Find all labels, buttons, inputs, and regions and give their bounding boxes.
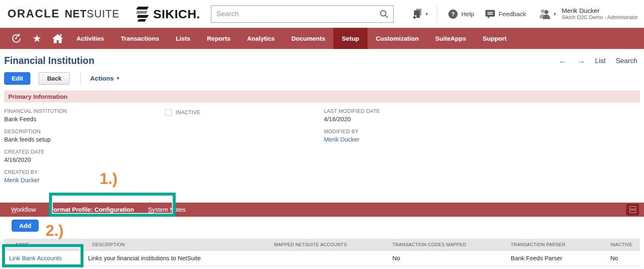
field-label: LAST MODIFIED DATE	[324, 108, 498, 114]
field-last-modified-date: LAST MODIFIED DATE 4/16/2020	[324, 108, 498, 122]
actions-label: Actions	[90, 75, 114, 82]
netsuite-logo-suite: SUITE	[87, 8, 120, 20]
field-modified-by: MODIFIED BY Merik Ducker	[324, 129, 498, 143]
field-value: 4/16/2020	[4, 157, 158, 163]
main-navigation: ★ Activities Transactions Lists Reports …	[0, 28, 644, 49]
modified-by-link[interactable]: Merik Ducker	[324, 136, 498, 143]
add-button[interactable]: Add	[12, 220, 39, 232]
nav-item-analytics[interactable]: Analytics	[239, 28, 283, 49]
search-icon[interactable]	[379, 9, 389, 19]
sublist-toolbar: Add	[12, 220, 644, 232]
record-buttons-row: Edit Back Actions ▼	[4, 71, 640, 85]
edit-button[interactable]: Edit	[4, 72, 30, 85]
chevron-down-icon: ▼	[553, 12, 557, 16]
previous-record-arrow-icon[interactable]: ←	[558, 56, 567, 65]
tab-label: W	[11, 206, 17, 213]
feedback-button[interactable]: Feedback	[485, 9, 526, 19]
toggle-view-icon[interactable]	[626, 204, 639, 215]
recent-records-icon[interactable]	[6, 28, 27, 49]
link-bank-accounts-link[interactable]: Link Bank Accounts	[4, 255, 83, 262]
column-header-name: NAME	[4, 242, 83, 247]
chevron-down-icon: ▼	[116, 76, 120, 81]
list-link[interactable]: List	[595, 57, 606, 65]
user-role: Sikich O2C Demo - Administrator	[562, 15, 638, 21]
feedback-label: Feedback	[499, 10, 526, 17]
user-menu[interactable]: ▼ Merik Ducker Sikich O2C Demo - Adminis…	[539, 7, 638, 21]
row-transaction-codes: No	[384, 255, 502, 262]
svg-text:?: ?	[451, 11, 455, 17]
title-actions: ← → List Search	[558, 56, 637, 65]
nav-item-support[interactable]: Support	[475, 28, 515, 49]
row-description: Links your financial institutions to Net…	[83, 255, 266, 262]
row-transaction-parser: Bank Feeds Parser	[502, 255, 602, 262]
tab-label: orkflow	[17, 206, 36, 213]
help-icon: ?	[448, 9, 458, 19]
inactive-checkbox[interactable]	[165, 109, 172, 116]
nav-item-documents[interactable]: Documents	[283, 28, 334, 49]
field-label: DESCRIPTION	[4, 129, 158, 134]
table-header-row: NAME DESCRIPTION MAPPED NETSUITE ACCOUNT…	[4, 239, 640, 251]
tab-system-notes[interactable]: System Notes	[141, 203, 193, 217]
page-title: Financial Institution	[4, 55, 94, 66]
column-header-transaction-parser: TRANSACTION PARSER	[502, 242, 602, 247]
column-header-inactive: INACTIVE	[602, 242, 640, 247]
column-header-description: DESCRIPTION	[83, 242, 266, 247]
field-inactive: INACTIVE	[165, 109, 200, 116]
tab-label: F	[50, 206, 54, 213]
primary-information-header: Primary Information	[4, 90, 640, 103]
sikich-logo: SIKICH.	[136, 6, 201, 22]
oracle-netsuite-logo: ORACLE NET SUITE	[7, 7, 120, 20]
tab-workflow[interactable]: Workflow	[4, 203, 43, 217]
tab-format-profile-configuration[interactable]: Format Profile: Configuration	[43, 203, 141, 217]
create-new-menu[interactable]: ▼	[412, 8, 429, 20]
user-name: Merik Ducker	[562, 7, 638, 15]
field-label: CREATED BY	[4, 169, 158, 175]
field-created-date: CREATED DATE 4/16/2020	[4, 149, 158, 163]
field-label: FINANCIAL INSTITUTION	[4, 108, 158, 114]
table-row: Link Bank Accounts Links your financial …	[4, 251, 640, 266]
field-label: CREATED DATE	[4, 149, 158, 155]
created-by-link[interactable]: Merik Ducker	[4, 177, 158, 183]
nav-item-transactions[interactable]: Transactions	[113, 28, 168, 49]
actions-menu[interactable]: Actions ▼	[90, 75, 120, 82]
feedback-icon	[485, 9, 495, 19]
nav-item-activities[interactable]: Activities	[68, 28, 113, 49]
home-icon[interactable]	[47, 28, 68, 49]
shortcuts-star-icon[interactable]: ★	[27, 28, 47, 49]
user-roles-icon	[539, 8, 552, 20]
format-profile-table: NAME DESCRIPTION MAPPED NETSUITE ACCOUNT…	[4, 239, 640, 266]
field-value: 4/16/2020	[324, 116, 498, 122]
search-link[interactable]: Search	[616, 57, 637, 65]
page-title-row: Financial Institution ← → List Search	[4, 54, 637, 67]
oracle-logo-text: ORACLE	[7, 7, 60, 20]
button-divider	[81, 73, 81, 84]
field-financial-institution: FINANCIAL INSTITUTION Bank Feeds	[4, 108, 158, 122]
next-record-arrow-icon[interactable]: →	[577, 56, 585, 65]
nav-item-reports[interactable]: Reports	[198, 28, 239, 49]
record-subtabs: Workflow Format Profile: Configuration S…	[0, 203, 644, 217]
nav-item-customization[interactable]: Customization	[367, 28, 427, 49]
column-header-mapped-accounts: MAPPED NETSUITE ACCOUNTS	[266, 242, 384, 247]
top-header: ORACLE NET SUITE SIKICH.	[0, 0, 644, 28]
help-button[interactable]: ? Help	[448, 9, 474, 19]
nav-item-lists[interactable]: Lists	[167, 28, 198, 49]
field-value: Bank Feeds	[4, 116, 158, 122]
tab-label: ystem Notes	[152, 206, 186, 213]
field-description: DESCRIPTION Bank feeds setup	[4, 129, 158, 143]
primary-information-fields: FINANCIAL INSTITUTION Bank Feeds DESCRIP…	[4, 108, 640, 198]
chevron-down-icon: ▼	[425, 12, 429, 16]
field-value: Bank feeds setup	[4, 136, 158, 143]
tab-label: S	[148, 206, 152, 213]
tab-label: ormat Profile: Configuration	[54, 206, 134, 213]
nav-item-setup[interactable]: Setup	[333, 28, 367, 49]
netsuite-logo-net: NET	[65, 8, 87, 20]
sikich-logo-text: SIKICH.	[153, 7, 201, 21]
field-label: MODIFIED BY	[324, 129, 498, 134]
column-header-transaction-codes: TRANSACTION CODES MAPPED	[384, 242, 502, 247]
global-search-input[interactable]	[216, 10, 379, 18]
nav-item-suiteapps[interactable]: SuiteApps	[427, 28, 474, 49]
field-created-by: CREATED BY Merik Ducker	[4, 169, 158, 183]
back-button[interactable]: Back	[39, 72, 70, 85]
header-divider	[437, 6, 437, 22]
sikich-logo-icon	[136, 6, 150, 22]
